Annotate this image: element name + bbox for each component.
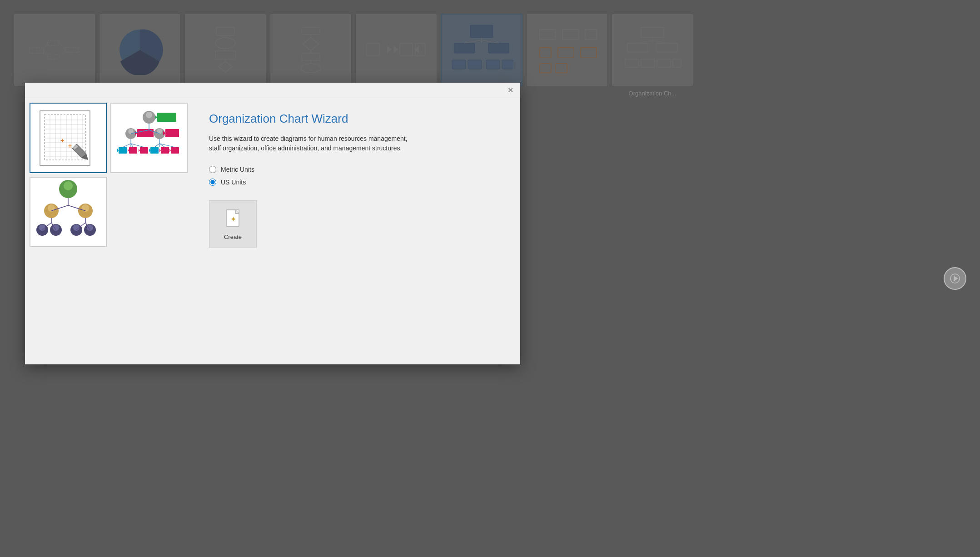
create-button-label: Create	[224, 234, 242, 240]
svg-rect-90	[165, 129, 179, 137]
svg-rect-95	[119, 147, 127, 154]
svg-rect-103	[161, 147, 169, 154]
wizard-title: Organization Chart Wizard	[209, 112, 504, 126]
dialog-titlebar: ✕	[25, 83, 520, 98]
svg-marker-106	[169, 149, 171, 152]
svg-point-81	[146, 112, 152, 118]
template-thumb-grid[interactable]: + +	[30, 103, 107, 173]
svg-marker-83	[155, 115, 157, 119]
dialog-body: + +	[25, 98, 520, 364]
svg-marker-104	[159, 149, 161, 152]
svg-text:✦: ✦	[230, 215, 236, 223]
svg-text:+: +	[60, 137, 64, 144]
us-units-label: US Units	[221, 179, 246, 186]
dialog: ✕	[25, 83, 520, 364]
svg-rect-86	[137, 129, 154, 137]
svg-marker-96	[117, 149, 119, 152]
metric-units-label: Metric Units	[221, 166, 254, 173]
wizard-description: Use this wizard to create diagrams for h…	[209, 134, 409, 153]
svg-marker-98	[128, 149, 129, 152]
left-panel: + +	[25, 98, 193, 364]
us-units-option[interactable]: US Units	[209, 179, 504, 186]
units-radio-group: Metric Units US Units	[209, 166, 504, 186]
svg-rect-101	[150, 147, 159, 154]
template-thumb-colorful[interactable]	[110, 103, 188, 173]
next-button[interactable]	[944, 267, 966, 290]
close-icon: ✕	[507, 86, 513, 94]
svg-text:+: +	[68, 142, 72, 149]
metric-units-option[interactable]: Metric Units	[209, 166, 504, 173]
svg-marker-102	[149, 149, 150, 152]
svg-rect-82	[157, 113, 176, 122]
us-units-radio[interactable]	[209, 179, 216, 186]
template-thumb-people[interactable]	[30, 177, 107, 247]
svg-line-112	[154, 144, 159, 147]
svg-rect-105	[171, 147, 179, 154]
svg-line-108	[123, 144, 131, 147]
svg-marker-100	[139, 149, 140, 152]
play-icon	[950, 274, 960, 283]
right-panel: Organization Chart Wizard Use this wizar…	[193, 98, 520, 364]
thumb-row-2	[30, 177, 189, 247]
svg-rect-97	[129, 147, 137, 154]
create-button[interactable]: ✦ Create	[209, 200, 257, 248]
metric-units-radio[interactable]	[209, 166, 216, 173]
close-button[interactable]: ✕	[504, 84, 517, 97]
svg-point-116	[64, 181, 73, 190]
svg-marker-141	[954, 276, 958, 281]
svg-rect-99	[140, 147, 148, 154]
create-icon: ✦	[223, 208, 243, 231]
thumb-row-1: + +	[30, 103, 189, 173]
